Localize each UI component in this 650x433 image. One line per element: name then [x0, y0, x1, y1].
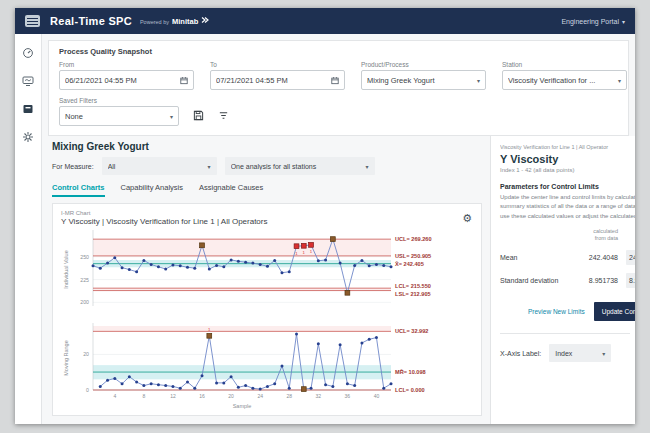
svg-text:250: 250	[80, 254, 89, 260]
from-datetime-input[interactable]: 06/21/2021 04:55 PM	[59, 70, 194, 90]
svg-text:LSL= 212.905: LSL= 212.905	[395, 291, 431, 297]
analysis-mode-select[interactable]: One analysis for all stations ▾	[225, 157, 375, 175]
to-datetime-input[interactable]: 07/21/2021 04:55 PM	[210, 70, 345, 90]
svg-text:LCL= 0.000: LCL= 0.000	[395, 387, 425, 393]
app-title: Real-Time SPC	[50, 15, 132, 27]
storage-box-icon[interactable]	[22, 102, 35, 115]
svg-text:32: 32	[316, 393, 322, 399]
chevron-down-icon: ▾	[602, 350, 605, 357]
divider	[500, 333, 630, 334]
svg-text:16: 16	[199, 393, 205, 399]
powered-by-label: Powered by	[140, 19, 169, 25]
svg-text:24: 24	[257, 393, 263, 399]
filter-section-title: Process Quality Snapshot	[59, 47, 618, 56]
mr-chart-svg: 020481216202428323640SampleUCL= 32.992LC…	[61, 320, 476, 416]
chart-settings-gear-icon[interactable]: ⚙	[462, 213, 472, 224]
panel-context: Viscosity Verification for Line 1 | All …	[500, 144, 635, 150]
calendar-icon	[331, 76, 339, 85]
mean-row: Mean 242.4048 242.4048	[500, 250, 635, 265]
svg-text:Moving Range: Moving Range	[63, 340, 69, 375]
svg-text:8: 8	[142, 393, 145, 399]
svg-text:0: 0	[86, 387, 89, 393]
i-chart-svg: 200225250UCL= 269.260USL= 250.905LCL= 21…	[61, 226, 476, 316]
chart-type-label: I-MR Chart	[61, 210, 477, 216]
tab-capability-analysis[interactable]: Capability Analysis	[121, 183, 184, 197]
process-title: Mixing Greek Yogurt	[52, 141, 482, 152]
x-axis-select[interactable]: Index ▾	[549, 344, 611, 362]
product-process-select[interactable]: Mixing Greek Yogurt ▾	[361, 70, 486, 90]
svg-text:Sample: Sample	[233, 403, 252, 409]
portal-selector[interactable]: Engineering Portal ▾	[561, 18, 625, 25]
svg-text:X̄= 242.405: X̄= 242.405	[395, 261, 424, 267]
save-icon[interactable]	[193, 110, 204, 121]
x-axis-label: X-Axis Label:	[500, 350, 541, 357]
svg-text:200: 200	[80, 299, 89, 305]
svg-text:28: 28	[286, 393, 292, 399]
top-bar: Real-Time SPC Powered by Minitab Enginee…	[15, 8, 635, 34]
svg-text:36: 36	[345, 393, 351, 399]
mean-label: Mean	[500, 254, 564, 261]
for-measure-label: For Measure:	[52, 163, 94, 170]
tab-control-charts[interactable]: Control Charts	[52, 183, 105, 197]
calculated-from-data-header: calculated from data	[500, 228, 618, 242]
parameters-heading: Parameters for Control Limits	[500, 183, 635, 190]
saved-filters-label: Saved Filters	[59, 97, 179, 104]
hamburger-menu-icon[interactable]	[25, 15, 40, 27]
tab-bar: Control Charts Capability Analysis Assig…	[52, 183, 482, 197]
saved-filters-select[interactable]: None ▾	[59, 106, 179, 126]
chevron-down-icon: ▾	[622, 18, 625, 25]
chevron-down-icon: ▾	[208, 163, 211, 170]
stdev-input[interactable]: 8.951738	[626, 273, 635, 288]
chart-card: I-MR Chart Y Viscosity | Viscosity Verif…	[52, 203, 482, 416]
calendar-icon	[180, 76, 188, 85]
update-control-limits-button[interactable]: Update Control Limits	[594, 302, 635, 321]
minitab-logo-icon	[201, 16, 209, 24]
filter-card: Process Quality Snapshot From 06/21/2021…	[48, 40, 629, 136]
chevron-down-icon: ▾	[366, 163, 369, 170]
svg-text:225: 225	[80, 277, 89, 283]
svg-text:40: 40	[374, 393, 380, 399]
chevron-down-icon: ▾	[170, 113, 173, 120]
stdev-label: Standard deviation	[500, 277, 564, 284]
filter-funnel-icon[interactable]	[218, 110, 229, 121]
minitab-brand: Minitab	[172, 17, 198, 26]
svg-text:12: 12	[170, 393, 176, 399]
gauge-icon[interactable]	[22, 46, 35, 59]
portal-label: Engineering Portal	[561, 18, 619, 25]
svg-text:4: 4	[113, 393, 116, 399]
svg-text:MR̄= 10.098: MR̄= 10.098	[395, 369, 426, 375]
tab-assignable-causes[interactable]: Assignable Causes	[199, 183, 263, 197]
svg-text:USL= 250.905: USL= 250.905	[395, 253, 431, 259]
mean-calculated-value: 242.4048	[564, 254, 618, 261]
svg-text:UCL= 269.260: UCL= 269.260	[395, 236, 432, 242]
product-process-label: Product/Process	[361, 61, 486, 68]
stdev-row: Standard deviation 8.951738 8.951738	[500, 273, 635, 288]
app-window: Real-Time SPC Powered by Minitab Enginee…	[15, 8, 635, 424]
sidebar	[15, 34, 42, 424]
parameters-panel: Viscosity Verification for Line 1 | All …	[490, 136, 635, 424]
svg-text:Individual Value: Individual Value	[63, 250, 69, 288]
monitor-message-icon[interactable]	[22, 74, 35, 87]
to-label: To	[210, 61, 345, 68]
station-label: Station	[502, 61, 627, 68]
settings-gear-icon[interactable]	[22, 130, 35, 143]
chevron-down-icon: ▾	[477, 77, 480, 84]
parameters-description: Update the center line and control limit…	[500, 193, 635, 221]
mean-input[interactable]: 242.4048	[626, 250, 635, 265]
chevron-down-icon: ▾	[618, 77, 621, 84]
from-label: From	[59, 61, 194, 68]
stdev-calculated-value: 8.951738	[564, 277, 618, 284]
chart-title: Y Viscosity | Viscosity Verification for…	[61, 217, 477, 226]
station-select[interactable]: Viscosity Verification for ... ▾	[502, 70, 627, 90]
panel-subtitle: Index 1 - 42 (all data points)	[500, 167, 635, 173]
panel-title: Y Viscosity	[500, 153, 635, 165]
preview-new-limits-button[interactable]: Preview New Limits	[528, 308, 585, 315]
powered-by: Powered by Minitab	[140, 16, 209, 26]
measure-select[interactable]: All ▾	[102, 157, 217, 175]
svg-text:20: 20	[83, 351, 89, 357]
svg-text:UCL= 32.992: UCL= 32.992	[395, 328, 428, 334]
svg-text:LCL= 215.550: LCL= 215.550	[395, 283, 431, 289]
svg-text:20: 20	[228, 393, 234, 399]
